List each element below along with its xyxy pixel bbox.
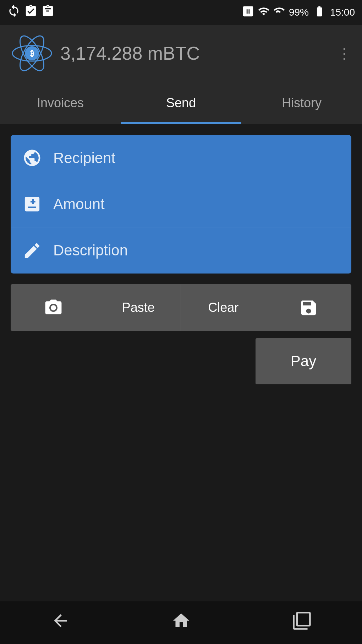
paste-button[interactable]: Paste <box>96 285 181 331</box>
battery-icon <box>312 5 327 20</box>
header-left: ₿ 3,174.288 mBTC <box>11 32 200 75</box>
pen-icon <box>21 240 43 261</box>
calculator-icon <box>21 194 43 215</box>
status-left-icons <box>7 4 55 21</box>
tab-bar: Invoices Send History <box>0 82 362 124</box>
time-display: 15:00 <box>330 7 355 18</box>
recent-apps-button[interactable] <box>292 611 312 634</box>
send-form: Recipient Amount Description <box>11 135 351 274</box>
bottom-navigation <box>0 601 362 644</box>
sync-icon <box>7 4 21 21</box>
clipboard-done-icon <box>41 4 55 21</box>
amount-label: Amount <box>53 196 105 213</box>
status-right-icons: 99% 15:00 <box>242 5 355 20</box>
balance-display: 3,174.288 mBTC <box>60 43 200 64</box>
app-logo: ₿ <box>11 32 53 75</box>
app-header: ₿ 3,174.288 mBTC ⋮ <box>0 25 362 82</box>
clipboard-check-icon <box>24 4 38 21</box>
signal-icon <box>273 5 285 20</box>
description-label: Description <box>53 242 128 259</box>
battery-percentage: 99% <box>289 7 309 18</box>
recipient-label: Recipient <box>53 150 115 167</box>
amount-row[interactable]: Amount <box>11 181 351 227</box>
camera-button[interactable] <box>11 285 96 331</box>
nfc-icon <box>242 5 254 20</box>
back-button[interactable] <box>51 611 70 634</box>
save-button[interactable] <box>266 285 351 331</box>
pay-section: Pay <box>11 338 351 384</box>
globe-icon <box>21 147 43 169</box>
clear-button[interactable]: Clear <box>181 285 266 331</box>
action-buttons: Paste Clear <box>11 284 351 331</box>
tab-send[interactable]: Send <box>121 82 241 124</box>
menu-button[interactable]: ⋮ <box>337 45 351 61</box>
wifi-icon <box>258 5 270 20</box>
tab-invoices[interactable]: Invoices <box>0 82 121 124</box>
svg-text:₿: ₿ <box>30 49 34 58</box>
description-row[interactable]: Description <box>11 227 351 274</box>
status-bar: 99% 15:00 <box>0 0 362 25</box>
pay-button[interactable]: Pay <box>256 338 351 384</box>
home-button[interactable] <box>171 611 191 634</box>
recipient-row[interactable]: Recipient <box>11 135 351 181</box>
tab-history[interactable]: History <box>241 82 362 124</box>
